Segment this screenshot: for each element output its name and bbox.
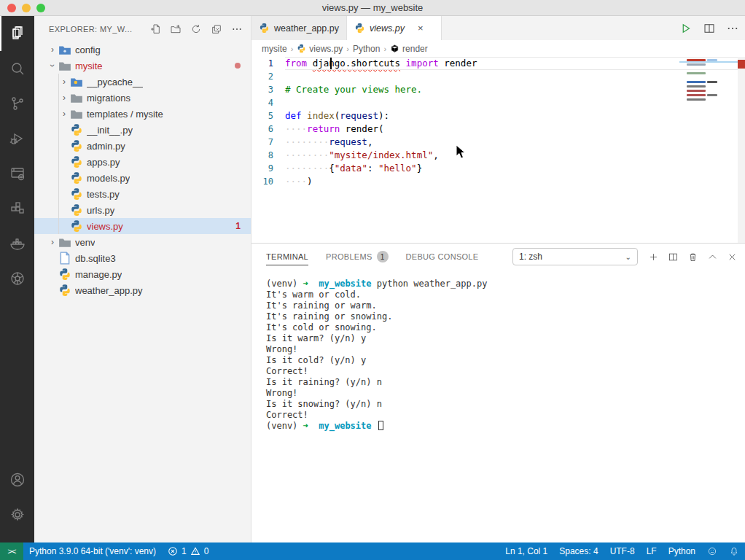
tree-item-migrations[interactable]: ›migrations xyxy=(34,90,251,106)
tree-item-templates-mysite[interactable]: ›templates / mysite xyxy=(34,106,251,122)
breadcrumb-render[interactable]: render xyxy=(390,44,428,54)
tree-item-manage-py[interactable]: manage.py xyxy=(34,266,251,282)
explorer-header: EXPLORER: MY_W... xyxy=(34,16,251,42)
more-actions-icon[interactable] xyxy=(726,22,739,35)
line-number: 7 xyxy=(251,136,285,149)
python-icon xyxy=(70,188,83,200)
tree-item-config[interactable]: ›config xyxy=(34,42,251,58)
code-text: ········{"data": "hello"} xyxy=(285,162,745,175)
run-debug-icon[interactable] xyxy=(0,121,34,156)
code-line-7[interactable]: 7········request, xyxy=(251,136,745,149)
code-text: ····) xyxy=(285,175,745,188)
minimap-line xyxy=(687,77,733,80)
cursor-position-status[interactable]: Ln 1, Col 1 xyxy=(499,542,553,560)
code-line-10[interactable]: 10····) xyxy=(251,175,745,188)
split-terminal-icon[interactable] xyxy=(668,252,679,262)
new-terminal-icon[interactable] xyxy=(648,252,659,262)
chevron-down-icon: ⌄ xyxy=(625,253,631,261)
tree-item--pycache-[interactable]: ›__pycache__ xyxy=(34,74,251,90)
code-line-4[interactable]: 4 xyxy=(251,96,745,109)
minimap-line xyxy=(687,98,733,102)
eol-status[interactable]: LF xyxy=(641,542,663,560)
code-line-9[interactable]: 9········{"data": "hello"} xyxy=(251,162,745,175)
file-tree: ›config›mysite›__pycache__›migrations›te… xyxy=(34,42,251,298)
tab-weather-app-py[interactable]: weather_app.py xyxy=(251,16,347,40)
account-icon[interactable] xyxy=(0,462,34,497)
tree-item-venv[interactable]: ›venv xyxy=(34,234,251,250)
maximize-panel-icon[interactable] xyxy=(707,252,718,262)
feedback-icon[interactable] xyxy=(701,542,723,560)
remote-indicator[interactable]: >< xyxy=(0,542,23,560)
panel-tab-problems[interactable]: PROBLEMS1 xyxy=(326,244,389,270)
code-line-1[interactable]: 1from django.shortcuts import render xyxy=(251,57,745,70)
panel-tab-debug-console[interactable]: DEBUG CONSOLE xyxy=(406,244,479,270)
terminal-output[interactable]: (venv) ➜ my_website python weather_app.p… xyxy=(251,270,745,432)
tree-item-models-py[interactable]: models.py xyxy=(34,170,251,186)
collapse-all-icon[interactable] xyxy=(208,21,225,37)
warning-count: 0 xyxy=(204,546,209,556)
breadcrumb-label: render xyxy=(402,44,428,54)
python-interpreter-status[interactable]: Python 3.9.0 64-bit ('venv': venv) xyxy=(23,542,162,560)
tree-item-views-py[interactable]: views.py1 xyxy=(34,218,251,234)
explorer-icon[interactable] xyxy=(0,16,34,51)
tree-item-admin-py[interactable]: admin.py xyxy=(34,138,251,154)
code-text: ····return render( xyxy=(285,122,745,136)
remote-explorer-icon[interactable] xyxy=(0,156,34,191)
tree-item-tests-py[interactable]: tests.py xyxy=(34,186,251,202)
extensions-icon[interactable] xyxy=(0,191,34,226)
close-window-button[interactable] xyxy=(7,4,16,12)
refresh-icon[interactable] xyxy=(188,21,204,37)
indentation-status[interactable]: Spaces: 4 xyxy=(553,542,604,560)
tree-item--init-py[interactable]: __init__.py xyxy=(34,122,251,138)
tree-item-apps-py[interactable]: apps.py xyxy=(34,154,251,170)
breadcrumb-views-py[interactable]: views.py xyxy=(297,44,343,54)
minimap[interactable] xyxy=(687,59,733,103)
folder-gray-icon xyxy=(58,60,71,71)
breadcrumb-mysite[interactable]: mysite xyxy=(262,44,287,54)
problems-status[interactable]: 1 0 xyxy=(162,542,214,560)
code-line-5[interactable]: 5def index(request): xyxy=(251,109,745,122)
zoom-window-button[interactable] xyxy=(36,4,45,12)
code-text: ········"mysite/index.html", xyxy=(285,149,745,162)
code-text: # Create your views here. xyxy=(285,83,745,96)
panel-tab-terminal[interactable]: TERMINAL xyxy=(266,244,308,270)
search-icon[interactable] xyxy=(0,51,34,86)
code-text xyxy=(285,96,745,109)
code-line-2[interactable]: 2 xyxy=(251,70,745,83)
tree-item-urls-py[interactable]: urls.py xyxy=(34,202,251,218)
close-tab-icon[interactable]: × xyxy=(415,23,426,34)
tree-item-db-sqlite3[interactable]: db.sqlite3 xyxy=(34,250,251,266)
terminal-shell-select[interactable]: 1: zsh ⌄ xyxy=(512,248,638,265)
kill-terminal-icon[interactable] xyxy=(687,252,698,262)
tab-views-py[interactable]: views.py× xyxy=(347,16,442,40)
kubernetes-icon[interactable] xyxy=(0,261,34,296)
bell-icon[interactable] xyxy=(723,542,745,560)
new-folder-icon[interactable] xyxy=(168,21,184,37)
terminal-line: Is it raining? (y/n) n xyxy=(266,377,745,388)
code-line-3[interactable]: 3# Create your views here. xyxy=(251,83,745,96)
terminal-line: (venv) ➜ my_website xyxy=(266,421,745,432)
symbol-cube-icon xyxy=(390,44,399,53)
code-line-8[interactable]: 8········"mysite/index.html", xyxy=(251,149,745,162)
split-editor-icon[interactable] xyxy=(703,22,716,35)
overview-ruler[interactable] xyxy=(738,57,745,243)
window-controls[interactable] xyxy=(7,4,45,12)
settings-icon[interactable] xyxy=(0,497,34,532)
code-editor[interactable]: 1from django.shortcuts import render23# … xyxy=(251,57,745,243)
new-file-icon[interactable] xyxy=(147,21,163,37)
tree-item-mysite[interactable]: ›mysite xyxy=(34,58,251,74)
code-line-6[interactable]: 6····return render( xyxy=(251,122,745,136)
tree-item-weather-app-py[interactable]: weather_app.py xyxy=(34,282,251,298)
close-panel-icon[interactable] xyxy=(727,252,738,262)
breadcrumb-python[interactable]: Python xyxy=(353,44,380,54)
line-number: 5 xyxy=(251,109,285,122)
minimize-window-button[interactable] xyxy=(22,4,31,12)
source-control-icon[interactable] xyxy=(0,86,34,121)
language-mode-status[interactable]: Python xyxy=(663,542,701,560)
editor-group: weather_app.pyviews.py× mysite›views.py›… xyxy=(251,16,745,542)
run-python-file-icon[interactable] xyxy=(679,22,693,35)
encoding-status[interactable]: UTF-8 xyxy=(604,542,641,560)
more-icon[interactable] xyxy=(229,21,245,37)
docker-icon[interactable] xyxy=(0,226,34,261)
terminal-line: It's warm or cold. xyxy=(266,289,745,300)
